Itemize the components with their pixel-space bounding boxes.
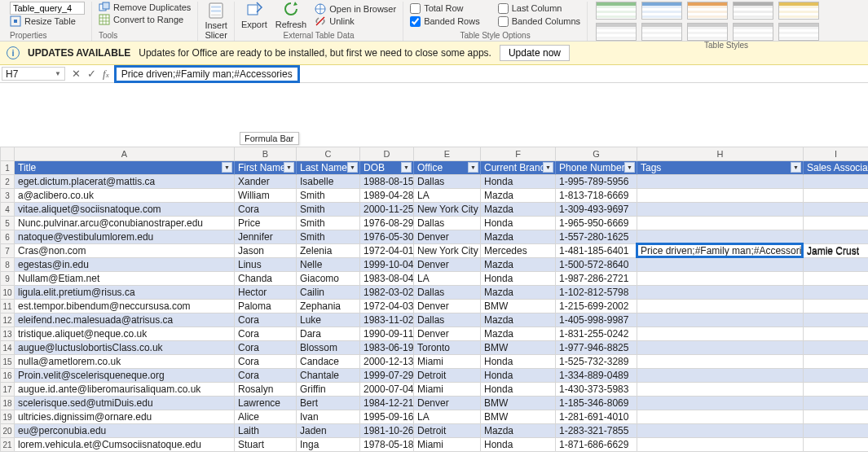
row-header[interactable]: 16 <box>0 369 15 383</box>
filter-dropdown-button[interactable]: ▼ <box>222 162 232 173</box>
table-style-swatch[interactable] <box>596 2 637 20</box>
convert-to-range-button[interactable]: Convert to Range <box>99 14 191 25</box>
cell[interactable]: Inga <box>297 438 360 452</box>
cell[interactable]: Proin.velit@scelerisqueneque.org <box>15 369 235 383</box>
cell[interactable]: Cras@non.com <box>15 244 235 258</box>
cell[interactable]: Cora <box>235 203 297 217</box>
cell[interactable]: 1-102-812-5798 <box>556 286 637 300</box>
cell[interactable] <box>804 286 868 300</box>
insert-slicer-button[interactable]: InsertSlicer <box>205 2 227 40</box>
cell[interactable]: Chantale <box>297 369 360 383</box>
cell[interactable]: Cora <box>235 341 297 355</box>
cell[interactable]: Blossom <box>297 341 360 355</box>
table-style-swatch[interactable] <box>733 23 773 41</box>
cell[interactable] <box>637 203 804 217</box>
cell[interactable] <box>637 397 804 410</box>
cell[interactable]: Price <box>235 217 297 230</box>
cell[interactable]: Nullam@Etiam.net <box>15 272 235 286</box>
cell[interactable]: 1984-12-21 <box>360 397 414 410</box>
cell[interactable] <box>637 383 804 397</box>
cell[interactable]: tristique.aliquet@neque.co.uk <box>15 327 235 341</box>
cell[interactable]: BMW <box>481 397 556 410</box>
filter-dropdown-button[interactable]: ▼ <box>401 162 412 173</box>
cell[interactable]: a@aclibero.co.uk <box>15 189 235 203</box>
cell[interactable] <box>804 230 868 244</box>
filter-dropdown-button[interactable]: ▼ <box>624 162 635 173</box>
cell[interactable] <box>637 286 804 300</box>
filter-dropdown-button[interactable]: ▼ <box>284 162 294 173</box>
name-box[interactable]: H7 ▼ <box>2 67 65 81</box>
cell[interactable]: Cora <box>235 327 297 341</box>
cell[interactable] <box>637 369 804 383</box>
cell[interactable]: Xander <box>235 175 297 189</box>
cell[interactable]: Mazda <box>481 286 556 300</box>
cell[interactable]: Honda <box>481 175 556 189</box>
cell[interactable]: 1-977-946-8825 <box>556 341 637 355</box>
cancel-formula-button[interactable]: ✕ <box>72 68 81 80</box>
cell[interactable]: Mazda <box>481 313 556 327</box>
row-header[interactable]: 12 <box>0 313 15 327</box>
cell[interactable] <box>804 327 868 341</box>
cell[interactable]: Isabelle <box>297 175 360 189</box>
table-header-cell[interactable]: Current Brand▼ <box>481 161 556 175</box>
row-header[interactable]: 11 <box>0 300 15 313</box>
total-row-checkbox[interactable]: Total Row <box>410 3 480 14</box>
column-header[interactable]: C <box>297 147 360 161</box>
cell[interactable] <box>637 189 804 203</box>
cell[interactable]: 1-283-321-7855 <box>556 424 637 438</box>
cell[interactable]: Detroit <box>414 369 481 383</box>
cell[interactable]: Smith <box>297 217 360 230</box>
cell[interactable]: Lawrence <box>235 397 297 410</box>
cell[interactable]: Smith <box>297 203 360 217</box>
table-header-cell[interactable]: Title▼ <box>15 161 235 175</box>
cell[interactable]: Toronto <box>414 341 481 355</box>
table-style-swatch[interactable] <box>641 23 682 41</box>
cell[interactable]: 1983-08-04 <box>360 272 414 286</box>
cell[interactable]: Luke <box>297 313 360 327</box>
cell[interactable]: Jamie Crust <box>804 244 868 258</box>
cell[interactable] <box>804 341 868 355</box>
cell[interactable]: Dallas <box>414 175 481 189</box>
filter-dropdown-button[interactable]: ▼ <box>468 162 478 173</box>
row-header[interactable]: 20 <box>0 424 15 438</box>
table-header-cell[interactable]: Phone Number▼ <box>556 161 637 175</box>
cell[interactable]: 1-831-255-0242 <box>556 327 637 341</box>
cell[interactable]: Nelle <box>297 258 360 272</box>
cell[interactable]: Mazda <box>481 327 556 341</box>
unlink-button[interactable]: Unlink <box>315 15 396 27</box>
cell[interactable]: 1972-04-01 <box>360 244 414 258</box>
cell[interactable]: 1-813-718-6669 <box>556 189 637 203</box>
table-header-cell[interactable]: Last Name▼ <box>297 161 360 175</box>
cell[interactable]: 1-309-493-9697 <box>556 203 637 217</box>
cell[interactable]: New York City <box>414 203 481 217</box>
column-header[interactable]: B <box>235 147 297 161</box>
cell[interactable] <box>637 355 804 369</box>
cell[interactable] <box>637 175 804 189</box>
cell[interactable]: Jennifer <box>235 230 297 244</box>
row-header[interactable]: 17 <box>0 383 15 397</box>
cell[interactable]: Dallas <box>414 217 481 230</box>
cell[interactable]: BMW <box>481 300 556 313</box>
cell[interactable]: 1976-05-30 <box>360 230 414 244</box>
select-all-corner[interactable] <box>0 147 15 161</box>
cell[interactable]: Chanda <box>235 272 297 286</box>
cell[interactable]: Miami <box>414 438 481 452</box>
cell[interactable] <box>804 397 868 410</box>
cell[interactable]: Mazda <box>481 189 556 203</box>
resize-table-button[interactable]: Resize Table <box>10 15 85 27</box>
cell[interactable]: Detroit <box>414 424 481 438</box>
cell[interactable]: 1-430-373-5983 <box>556 383 637 397</box>
row-header[interactable]: 1 <box>0 161 15 175</box>
cell[interactable]: Dara <box>297 327 360 341</box>
remove-duplicates-button[interactable]: Remove Duplicates <box>99 2 191 13</box>
formula-input[interactable]: Price driven;#Family man;#Accessories <box>114 65 300 83</box>
cell[interactable]: Mazda <box>481 258 556 272</box>
cell[interactable]: Dallas <box>414 313 481 327</box>
cell[interactable] <box>804 355 868 369</box>
cell[interactable]: William <box>235 189 297 203</box>
column-header[interactable]: G <box>556 147 637 161</box>
cell[interactable]: Cora <box>235 355 297 369</box>
column-header[interactable]: H <box>637 147 804 161</box>
cell[interactable]: Cora <box>235 313 297 327</box>
cell[interactable] <box>804 369 868 383</box>
